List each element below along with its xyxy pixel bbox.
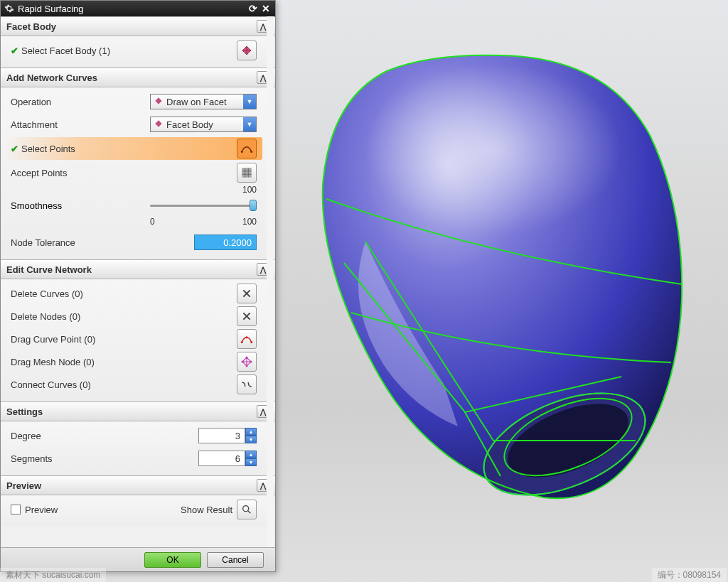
gear-icon xyxy=(4,3,15,14)
section-label: Settings xyxy=(6,406,43,417)
delete-nodes-icon[interactable] xyxy=(237,306,257,326)
delete-nodes-label[interactable]: Delete Nodes (0) xyxy=(11,311,237,322)
spin-down-icon[interactable]: ▼ xyxy=(245,436,257,443)
select-facet-body-label[interactable]: Select Facet Body (1) xyxy=(21,45,237,56)
smoothness-label: Smoothness xyxy=(11,200,150,211)
cancel-button[interactable]: Cancel xyxy=(207,552,264,568)
watermark-id: 编号：08098154 xyxy=(652,568,727,582)
chevron-down-icon: ▼ xyxy=(243,95,256,109)
connect-curves-label[interactable]: Connect Curves (0) xyxy=(11,379,237,390)
drag-curve-point-label[interactable]: Drag Curve Point (0) xyxy=(11,334,237,345)
svg-point-5 xyxy=(241,151,243,153)
segments-spinner[interactable]: 6 ▲ ▼ xyxy=(198,451,257,466)
panel-title: Rapid Surfacing xyxy=(15,4,247,14)
ok-button[interactable]: OK xyxy=(144,552,201,568)
select-points-label[interactable]: Select Points xyxy=(21,144,237,154)
svg-rect-7 xyxy=(242,168,252,178)
section-label: Edit Curve Network xyxy=(6,264,92,275)
section-settings[interactable]: Settings ⋀ xyxy=(1,402,275,421)
restore-icon[interactable]: ⟳ xyxy=(247,3,259,14)
facet-body-small-icon xyxy=(154,119,165,130)
accept-points-icon[interactable] xyxy=(237,163,257,183)
slider-thumb[interactable] xyxy=(250,200,257,211)
delete-curves-label[interactable]: Delete Curves (0) xyxy=(11,289,237,299)
preview-label: Preview xyxy=(25,505,181,515)
model-render xyxy=(287,43,700,526)
operation-dropdown[interactable]: Draw on Facet ▼ xyxy=(150,94,257,109)
panel-scrollbar[interactable] xyxy=(267,16,274,547)
spin-up-icon[interactable]: ▲ xyxy=(245,428,257,436)
svg-point-10 xyxy=(250,341,252,343)
section-edit-curve[interactable]: Edit Curve Network ⋀ xyxy=(1,259,275,279)
spin-up-icon[interactable]: ▲ xyxy=(245,451,257,458)
smoothness-max: 100 xyxy=(242,217,257,227)
section-label: Add Network Curves xyxy=(6,72,97,83)
attachment-dropdown[interactable]: Facet Body ▼ xyxy=(150,117,257,132)
svg-point-12 xyxy=(250,361,252,363)
show-result-icon[interactable] xyxy=(237,500,257,519)
drag-curve-point-icon[interactable] xyxy=(237,329,257,349)
svg-point-11 xyxy=(242,361,244,363)
degree-spinner[interactable]: 3 ▲ ▼ xyxy=(198,428,257,443)
svg-point-13 xyxy=(246,357,248,359)
facet-body-icon[interactable] xyxy=(237,41,257,60)
svg-point-0 xyxy=(365,64,621,235)
segments-label: Segments xyxy=(11,453,198,464)
smoothness-slider[interactable] xyxy=(150,198,257,212)
preview-checkbox[interactable] xyxy=(11,505,21,514)
check-icon: ✔ xyxy=(11,45,18,56)
drag-mesh-node-label[interactable]: Drag Mesh Node (0) xyxy=(11,357,237,367)
attachment-label: Attachment xyxy=(11,119,150,130)
degree-label: Degree xyxy=(11,431,198,441)
section-label: Facet Body xyxy=(6,21,56,32)
svg-point-9 xyxy=(246,336,248,338)
show-result-label: Show Result xyxy=(181,505,232,515)
check-icon: ✔ xyxy=(11,144,18,154)
titlebar[interactable]: Rapid Surfacing ⟳ ✕ xyxy=(1,1,275,16)
chevron-down-icon: ▼ xyxy=(243,117,256,131)
section-label: Preview xyxy=(6,480,41,491)
smoothness-min: 0 xyxy=(150,217,155,227)
node-tolerance-label: Node Tolerance xyxy=(11,237,194,248)
node-tolerance-input[interactable]: 0.2000 xyxy=(194,235,257,250)
operation-label: Operation xyxy=(11,97,150,107)
drag-mesh-node-icon[interactable] xyxy=(237,352,257,372)
section-facet-body[interactable]: Facet Body ⋀ xyxy=(1,16,275,36)
watermark: 素材天下 sucaisucai.com xyxy=(0,568,106,582)
draw-facet-icon xyxy=(154,96,165,107)
svg-point-15 xyxy=(243,506,249,512)
smoothness-value: 100 xyxy=(150,185,257,195)
spin-down-icon[interactable]: ▼ xyxy=(245,458,257,466)
rapid-surfacing-panel: Rapid Surfacing ⟳ ✕ Facet Body ⋀ ✔ Selec… xyxy=(0,0,276,572)
connect-curves-icon[interactable] xyxy=(237,374,257,394)
section-network-curves[interactable]: Add Network Curves ⋀ xyxy=(1,68,275,87)
section-preview[interactable]: Preview ⋀ xyxy=(1,475,275,495)
close-icon[interactable]: ✕ xyxy=(259,3,272,14)
svg-point-14 xyxy=(246,365,248,367)
accept-points-label[interactable]: Accept Points xyxy=(11,168,237,178)
delete-curves-icon[interactable] xyxy=(237,284,257,303)
svg-point-6 xyxy=(250,151,252,153)
svg-point-8 xyxy=(241,341,243,343)
select-points-icon[interactable] xyxy=(237,139,257,158)
